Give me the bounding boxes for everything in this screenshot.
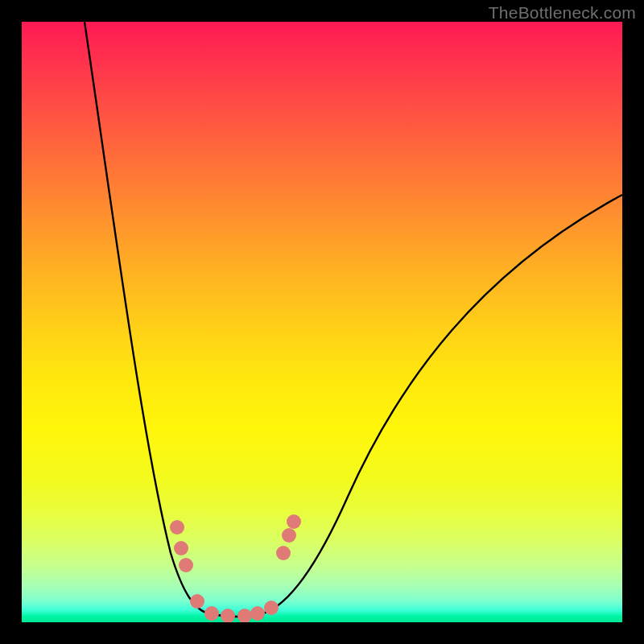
marker-11: [287, 514, 301, 529]
marker-9: [276, 546, 291, 560]
marker-4: [204, 606, 219, 621]
marker-8: [264, 601, 279, 615]
marker-7: [250, 606, 265, 621]
marker-2: [179, 558, 193, 572]
watermark-text: TheBottleneck.com: [489, 3, 636, 23]
markers-group: [170, 514, 301, 622]
bottleneck-curve-path: [85, 22, 622, 617]
marker-0: [170, 520, 184, 535]
curve-svg: [22, 22, 622, 622]
marker-10: [282, 528, 296, 543]
marker-3: [190, 594, 204, 609]
marker-5: [221, 609, 235, 622]
marker-1: [174, 541, 188, 555]
chart-area: [22, 22, 622, 622]
marker-6: [237, 609, 252, 622]
